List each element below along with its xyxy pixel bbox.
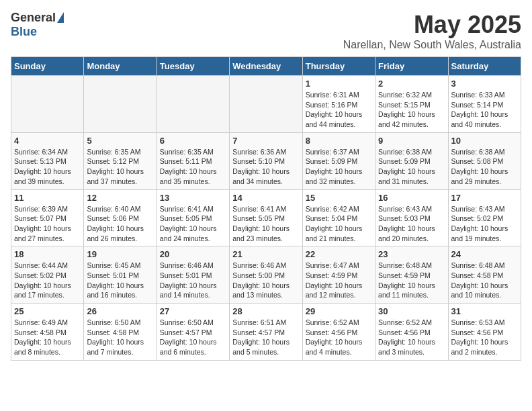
day-number: 6: [160, 136, 226, 146]
day-number: 13: [160, 193, 226, 203]
day-number: 30: [378, 306, 445, 316]
weekday-header-cell: Wednesday: [230, 57, 302, 76]
calendar-cell: 11Sunrise: 6:39 AM Sunset: 5:07 PM Dayli…: [11, 189, 84, 246]
day-number: 4: [14, 136, 81, 146]
day-info: Sunrise: 6:35 AM Sunset: 5:12 PM Dayligh…: [87, 147, 153, 187]
day-info: Sunrise: 6:37 AM Sunset: 5:09 PM Dayligh…: [306, 147, 372, 187]
calendar-cell: 19Sunrise: 6:45 AM Sunset: 5:01 PM Dayli…: [84, 246, 157, 304]
day-info: Sunrise: 6:40 AM Sunset: 5:06 PM Dayligh…: [87, 204, 153, 244]
calendar-cell: [230, 76, 302, 133]
day-number: 22: [306, 249, 372, 259]
page-header: General Blue May 2025 Narellan, New Sout…: [11, 11, 521, 51]
calendar-cell: 24Sunrise: 6:48 AM Sunset: 4:58 PM Dayli…: [448, 246, 521, 304]
day-info: Sunrise: 6:38 AM Sunset: 5:09 PM Dayligh…: [378, 147, 445, 187]
day-number: 2: [378, 79, 445, 89]
calendar-week-row: 11Sunrise: 6:39 AM Sunset: 5:07 PM Dayli…: [11, 189, 521, 246]
calendar-week-row: 25Sunrise: 6:49 AM Sunset: 4:58 PM Dayli…: [11, 304, 521, 361]
day-info: Sunrise: 6:48 AM Sunset: 4:59 PM Dayligh…: [378, 261, 445, 300]
day-info: Sunrise: 6:35 AM Sunset: 5:11 PM Dayligh…: [160, 147, 226, 187]
day-number: 5: [87, 136, 153, 146]
calendar-cell: [84, 76, 157, 133]
day-info: Sunrise: 6:49 AM Sunset: 4:58 PM Dayligh…: [14, 318, 81, 357]
calendar-cell: [11, 76, 84, 133]
day-number: 1: [306, 79, 372, 89]
weekday-header-cell: Tuesday: [157, 57, 229, 76]
day-number: 28: [232, 306, 299, 316]
day-number: 11: [14, 193, 81, 203]
day-number: 21: [232, 249, 299, 259]
calendar-cell: 2Sunrise: 6:32 AM Sunset: 5:15 PM Daylig…: [375, 76, 448, 133]
logo: General Blue: [11, 11, 64, 39]
day-info: Sunrise: 6:43 AM Sunset: 5:02 PM Dayligh…: [451, 204, 518, 244]
day-number: 3: [451, 79, 518, 89]
calendar-table: SundayMondayTuesdayWednesdayThursdayFrid…: [11, 56, 521, 361]
day-number: 12: [87, 193, 153, 203]
calendar-cell: 3Sunrise: 6:33 AM Sunset: 5:14 PM Daylig…: [448, 76, 521, 133]
day-info: Sunrise: 6:43 AM Sunset: 5:03 PM Dayligh…: [378, 204, 445, 244]
day-info: Sunrise: 6:38 AM Sunset: 5:08 PM Dayligh…: [451, 147, 518, 187]
calendar-cell: 13Sunrise: 6:41 AM Sunset: 5:05 PM Dayli…: [157, 189, 229, 246]
day-info: Sunrise: 6:33 AM Sunset: 5:14 PM Dayligh…: [451, 90, 518, 130]
calendar-week-row: 1Sunrise: 6:31 AM Sunset: 5:16 PM Daylig…: [11, 76, 521, 133]
title-area: May 2025 Narellan, New South Wales, Aust…: [343, 11, 521, 51]
day-info: Sunrise: 6:52 AM Sunset: 4:56 PM Dayligh…: [306, 318, 372, 357]
day-info: Sunrise: 6:34 AM Sunset: 5:13 PM Dayligh…: [14, 147, 81, 187]
calendar-cell: 9Sunrise: 6:38 AM Sunset: 5:09 PM Daylig…: [375, 132, 448, 189]
day-info: Sunrise: 6:32 AM Sunset: 5:15 PM Dayligh…: [378, 90, 445, 130]
weekday-header-row: SundayMondayTuesdayWednesdayThursdayFrid…: [11, 57, 521, 76]
day-info: Sunrise: 6:44 AM Sunset: 5:02 PM Dayligh…: [14, 261, 81, 300]
day-info: Sunrise: 6:45 AM Sunset: 5:01 PM Dayligh…: [87, 261, 153, 300]
calendar-cell: 5Sunrise: 6:35 AM Sunset: 5:12 PM Daylig…: [84, 132, 157, 189]
day-number: 27: [160, 306, 226, 316]
day-number: 20: [160, 249, 226, 259]
weekday-header-cell: Sunday: [11, 57, 84, 76]
day-info: Sunrise: 6:50 AM Sunset: 4:57 PM Dayligh…: [160, 318, 226, 357]
day-number: 8: [306, 136, 372, 146]
calendar-cell: 28Sunrise: 6:51 AM Sunset: 4:57 PM Dayli…: [230, 304, 302, 361]
day-number: 18: [14, 249, 81, 259]
day-info: Sunrise: 6:53 AM Sunset: 4:56 PM Dayligh…: [451, 318, 518, 357]
calendar-cell: 18Sunrise: 6:44 AM Sunset: 5:02 PM Dayli…: [11, 246, 84, 304]
calendar-cell: 16Sunrise: 6:43 AM Sunset: 5:03 PM Dayli…: [375, 189, 448, 246]
month-title: May 2025: [343, 11, 521, 39]
day-number: 29: [306, 306, 372, 316]
day-number: 25: [14, 306, 81, 316]
day-number: 9: [378, 136, 445, 146]
calendar-cell: 8Sunrise: 6:37 AM Sunset: 5:09 PM Daylig…: [302, 132, 375, 189]
logo-blue-text: Blue: [11, 25, 37, 39]
calendar-cell: 25Sunrise: 6:49 AM Sunset: 4:58 PM Dayli…: [11, 304, 84, 361]
day-info: Sunrise: 6:41 AM Sunset: 5:05 PM Dayligh…: [232, 204, 299, 244]
day-info: Sunrise: 6:46 AM Sunset: 5:00 PM Dayligh…: [232, 261, 299, 300]
calendar-week-row: 4Sunrise: 6:34 AM Sunset: 5:13 PM Daylig…: [11, 132, 521, 189]
calendar-cell: 22Sunrise: 6:47 AM Sunset: 4:59 PM Dayli…: [302, 246, 375, 304]
day-info: Sunrise: 6:50 AM Sunset: 4:58 PM Dayligh…: [87, 318, 153, 357]
day-number: 23: [378, 249, 445, 259]
day-info: Sunrise: 6:46 AM Sunset: 5:01 PM Dayligh…: [160, 261, 226, 300]
calendar-cell: 1Sunrise: 6:31 AM Sunset: 5:16 PM Daylig…: [302, 76, 375, 133]
day-number: 10: [451, 136, 518, 146]
calendar-cell: 10Sunrise: 6:38 AM Sunset: 5:08 PM Dayli…: [448, 132, 521, 189]
calendar-cell: 27Sunrise: 6:50 AM Sunset: 4:57 PM Dayli…: [157, 304, 229, 361]
day-info: Sunrise: 6:47 AM Sunset: 4:59 PM Dayligh…: [306, 261, 372, 300]
calendar-cell: 6Sunrise: 6:35 AM Sunset: 5:11 PM Daylig…: [157, 132, 229, 189]
calendar-cell: 26Sunrise: 6:50 AM Sunset: 4:58 PM Dayli…: [84, 304, 157, 361]
calendar-cell: 7Sunrise: 6:36 AM Sunset: 5:10 PM Daylig…: [230, 132, 302, 189]
calendar-cell: 20Sunrise: 6:46 AM Sunset: 5:01 PM Dayli…: [157, 246, 229, 304]
calendar-cell: 14Sunrise: 6:41 AM Sunset: 5:05 PM Dayli…: [230, 189, 302, 246]
day-info: Sunrise: 6:52 AM Sunset: 4:56 PM Dayligh…: [378, 318, 445, 357]
day-number: 17: [451, 193, 518, 203]
calendar-body: 1Sunrise: 6:31 AM Sunset: 5:16 PM Daylig…: [11, 76, 521, 361]
day-number: 19: [87, 249, 153, 259]
weekday-header-cell: Friday: [375, 57, 448, 76]
day-info: Sunrise: 6:36 AM Sunset: 5:10 PM Dayligh…: [232, 147, 299, 187]
weekday-header-cell: Saturday: [448, 57, 521, 76]
calendar-cell: 23Sunrise: 6:48 AM Sunset: 4:59 PM Dayli…: [375, 246, 448, 304]
calendar-cell: 29Sunrise: 6:52 AM Sunset: 4:56 PM Dayli…: [302, 304, 375, 361]
calendar-week-row: 18Sunrise: 6:44 AM Sunset: 5:02 PM Dayli…: [11, 246, 521, 304]
day-number: 31: [451, 306, 518, 316]
calendar-cell: 21Sunrise: 6:46 AM Sunset: 5:00 PM Dayli…: [230, 246, 302, 304]
day-info: Sunrise: 6:48 AM Sunset: 4:58 PM Dayligh…: [451, 261, 518, 300]
day-info: Sunrise: 6:39 AM Sunset: 5:07 PM Dayligh…: [14, 204, 81, 244]
calendar-cell: 30Sunrise: 6:52 AM Sunset: 4:56 PM Dayli…: [375, 304, 448, 361]
day-number: 24: [451, 249, 518, 259]
